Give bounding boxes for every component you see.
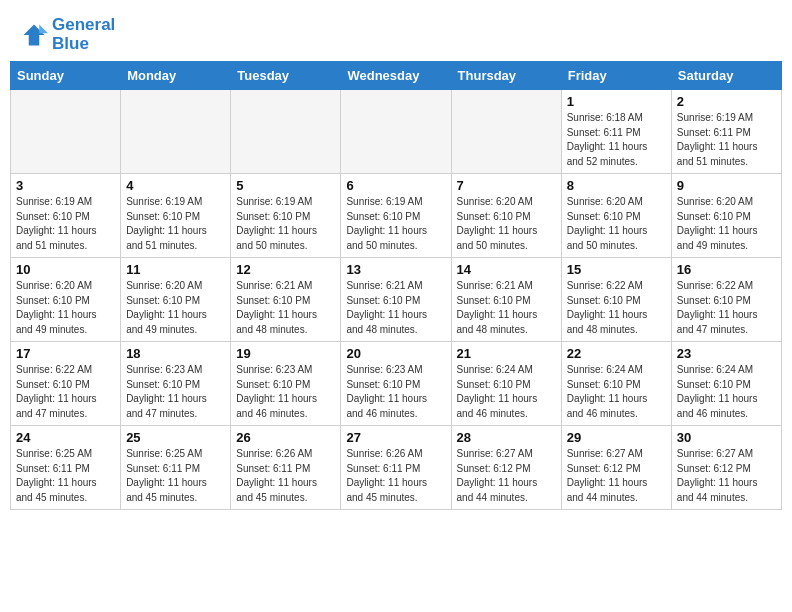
day-detail: Sunrise: 6:21 AM Sunset: 6:10 PM Dayligh… xyxy=(346,279,445,337)
day-number: 8 xyxy=(567,178,666,193)
day-number: 7 xyxy=(457,178,556,193)
calendar-cell xyxy=(341,90,451,174)
calendar-cell: 22Sunrise: 6:24 AM Sunset: 6:10 PM Dayli… xyxy=(561,342,671,426)
day-number: 19 xyxy=(236,346,335,361)
calendar-cell: 23Sunrise: 6:24 AM Sunset: 6:10 PM Dayli… xyxy=(671,342,781,426)
day-detail: Sunrise: 6:22 AM Sunset: 6:10 PM Dayligh… xyxy=(16,363,115,421)
day-detail: Sunrise: 6:21 AM Sunset: 6:10 PM Dayligh… xyxy=(236,279,335,337)
day-number: 12 xyxy=(236,262,335,277)
day-number: 23 xyxy=(677,346,776,361)
weekday-header-tuesday: Tuesday xyxy=(231,62,341,90)
weekday-header-monday: Monday xyxy=(121,62,231,90)
svg-marker-1 xyxy=(39,24,48,33)
week-row-2: 10Sunrise: 6:20 AM Sunset: 6:10 PM Dayli… xyxy=(11,258,782,342)
day-number: 25 xyxy=(126,430,225,445)
day-detail: Sunrise: 6:18 AM Sunset: 6:11 PM Dayligh… xyxy=(567,111,666,169)
day-number: 28 xyxy=(457,430,556,445)
calendar-cell: 1Sunrise: 6:18 AM Sunset: 6:11 PM Daylig… xyxy=(561,90,671,174)
calendar-table: SundayMondayTuesdayWednesdayThursdayFrid… xyxy=(10,61,782,510)
logo-blue: Blue xyxy=(52,35,115,54)
calendar-cell: 16Sunrise: 6:22 AM Sunset: 6:10 PM Dayli… xyxy=(671,258,781,342)
calendar-cell: 3Sunrise: 6:19 AM Sunset: 6:10 PM Daylig… xyxy=(11,174,121,258)
day-number: 3 xyxy=(16,178,115,193)
day-number: 27 xyxy=(346,430,445,445)
calendar-cell: 7Sunrise: 6:20 AM Sunset: 6:10 PM Daylig… xyxy=(451,174,561,258)
calendar-cell: 5Sunrise: 6:19 AM Sunset: 6:10 PM Daylig… xyxy=(231,174,341,258)
day-number: 2 xyxy=(677,94,776,109)
calendar-cell: 18Sunrise: 6:23 AM Sunset: 6:10 PM Dayli… xyxy=(121,342,231,426)
calendar-cell: 15Sunrise: 6:22 AM Sunset: 6:10 PM Dayli… xyxy=(561,258,671,342)
day-detail: Sunrise: 6:20 AM Sunset: 6:10 PM Dayligh… xyxy=(677,195,776,253)
day-detail: Sunrise: 6:20 AM Sunset: 6:10 PM Dayligh… xyxy=(567,195,666,253)
logo: General Blue xyxy=(20,16,115,53)
day-number: 13 xyxy=(346,262,445,277)
day-detail: Sunrise: 6:19 AM Sunset: 6:10 PM Dayligh… xyxy=(16,195,115,253)
day-number: 22 xyxy=(567,346,666,361)
day-number: 20 xyxy=(346,346,445,361)
day-detail: Sunrise: 6:27 AM Sunset: 6:12 PM Dayligh… xyxy=(567,447,666,505)
day-detail: Sunrise: 6:19 AM Sunset: 6:11 PM Dayligh… xyxy=(677,111,776,169)
calendar-cell xyxy=(11,90,121,174)
day-number: 30 xyxy=(677,430,776,445)
calendar-cell: 21Sunrise: 6:24 AM Sunset: 6:10 PM Dayli… xyxy=(451,342,561,426)
calendar-header: SundayMondayTuesdayWednesdayThursdayFrid… xyxy=(11,62,782,90)
day-detail: Sunrise: 6:26 AM Sunset: 6:11 PM Dayligh… xyxy=(346,447,445,505)
calendar-body: 1Sunrise: 6:18 AM Sunset: 6:11 PM Daylig… xyxy=(11,90,782,510)
day-number: 9 xyxy=(677,178,776,193)
day-number: 10 xyxy=(16,262,115,277)
day-number: 6 xyxy=(346,178,445,193)
day-number: 5 xyxy=(236,178,335,193)
day-number: 24 xyxy=(16,430,115,445)
day-detail: Sunrise: 6:20 AM Sunset: 6:10 PM Dayligh… xyxy=(16,279,115,337)
day-detail: Sunrise: 6:24 AM Sunset: 6:10 PM Dayligh… xyxy=(457,363,556,421)
day-detail: Sunrise: 6:25 AM Sunset: 6:11 PM Dayligh… xyxy=(16,447,115,505)
day-detail: Sunrise: 6:21 AM Sunset: 6:10 PM Dayligh… xyxy=(457,279,556,337)
calendar-cell: 13Sunrise: 6:21 AM Sunset: 6:10 PM Dayli… xyxy=(341,258,451,342)
week-row-4: 24Sunrise: 6:25 AM Sunset: 6:11 PM Dayli… xyxy=(11,426,782,510)
day-detail: Sunrise: 6:22 AM Sunset: 6:10 PM Dayligh… xyxy=(567,279,666,337)
logo-general: General xyxy=(52,15,115,34)
week-row-0: 1Sunrise: 6:18 AM Sunset: 6:11 PM Daylig… xyxy=(11,90,782,174)
calendar-cell: 26Sunrise: 6:26 AM Sunset: 6:11 PM Dayli… xyxy=(231,426,341,510)
day-detail: Sunrise: 6:24 AM Sunset: 6:10 PM Dayligh… xyxy=(567,363,666,421)
weekday-header-sunday: Sunday xyxy=(11,62,121,90)
day-number: 15 xyxy=(567,262,666,277)
calendar-cell: 9Sunrise: 6:20 AM Sunset: 6:10 PM Daylig… xyxy=(671,174,781,258)
day-detail: Sunrise: 6:24 AM Sunset: 6:10 PM Dayligh… xyxy=(677,363,776,421)
day-number: 14 xyxy=(457,262,556,277)
weekday-header-saturday: Saturday xyxy=(671,62,781,90)
calendar-cell: 17Sunrise: 6:22 AM Sunset: 6:10 PM Dayli… xyxy=(11,342,121,426)
page: General Blue SundayMondayTuesdayWednesda… xyxy=(0,0,792,612)
day-number: 4 xyxy=(126,178,225,193)
calendar-cell: 6Sunrise: 6:19 AM Sunset: 6:10 PM Daylig… xyxy=(341,174,451,258)
calendar-cell: 30Sunrise: 6:27 AM Sunset: 6:12 PM Dayli… xyxy=(671,426,781,510)
day-detail: Sunrise: 6:20 AM Sunset: 6:10 PM Dayligh… xyxy=(126,279,225,337)
calendar-cell xyxy=(451,90,561,174)
calendar-cell: 29Sunrise: 6:27 AM Sunset: 6:12 PM Dayli… xyxy=(561,426,671,510)
day-number: 29 xyxy=(567,430,666,445)
calendar-cell: 4Sunrise: 6:19 AM Sunset: 6:10 PM Daylig… xyxy=(121,174,231,258)
header: General Blue xyxy=(0,0,792,61)
calendar-cell: 24Sunrise: 6:25 AM Sunset: 6:11 PM Dayli… xyxy=(11,426,121,510)
calendar-cell xyxy=(121,90,231,174)
day-detail: Sunrise: 6:19 AM Sunset: 6:10 PM Dayligh… xyxy=(346,195,445,253)
day-detail: Sunrise: 6:27 AM Sunset: 6:12 PM Dayligh… xyxy=(457,447,556,505)
day-number: 18 xyxy=(126,346,225,361)
calendar-cell: 14Sunrise: 6:21 AM Sunset: 6:10 PM Dayli… xyxy=(451,258,561,342)
day-detail: Sunrise: 6:20 AM Sunset: 6:10 PM Dayligh… xyxy=(457,195,556,253)
calendar-cell: 28Sunrise: 6:27 AM Sunset: 6:12 PM Dayli… xyxy=(451,426,561,510)
calendar-cell: 2Sunrise: 6:19 AM Sunset: 6:11 PM Daylig… xyxy=(671,90,781,174)
day-number: 26 xyxy=(236,430,335,445)
day-detail: Sunrise: 6:27 AM Sunset: 6:12 PM Dayligh… xyxy=(677,447,776,505)
calendar-cell: 8Sunrise: 6:20 AM Sunset: 6:10 PM Daylig… xyxy=(561,174,671,258)
weekday-header-row: SundayMondayTuesdayWednesdayThursdayFrid… xyxy=(11,62,782,90)
day-detail: Sunrise: 6:19 AM Sunset: 6:10 PM Dayligh… xyxy=(236,195,335,253)
calendar-cell: 25Sunrise: 6:25 AM Sunset: 6:11 PM Dayli… xyxy=(121,426,231,510)
calendar-container: SundayMondayTuesdayWednesdayThursdayFrid… xyxy=(0,61,792,520)
day-detail: Sunrise: 6:23 AM Sunset: 6:10 PM Dayligh… xyxy=(346,363,445,421)
day-number: 1 xyxy=(567,94,666,109)
day-number: 16 xyxy=(677,262,776,277)
week-row-1: 3Sunrise: 6:19 AM Sunset: 6:10 PM Daylig… xyxy=(11,174,782,258)
week-row-3: 17Sunrise: 6:22 AM Sunset: 6:10 PM Dayli… xyxy=(11,342,782,426)
day-detail: Sunrise: 6:23 AM Sunset: 6:10 PM Dayligh… xyxy=(236,363,335,421)
